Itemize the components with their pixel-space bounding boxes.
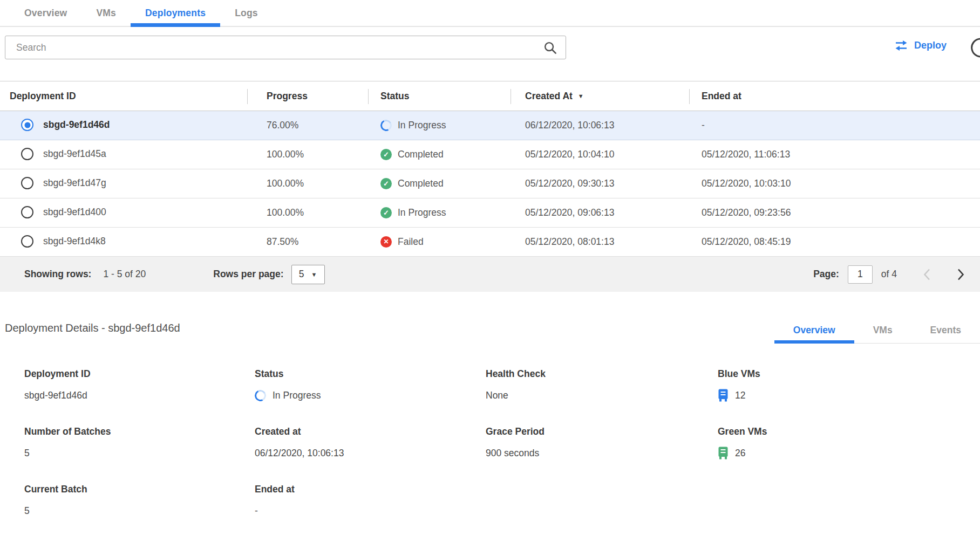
created-at-value: 05/12/2020, 08:01:13 <box>511 228 689 257</box>
status-label: Completed <box>398 149 444 160</box>
tab-overview[interactable]: Overview <box>10 0 81 26</box>
tab-logs[interactable]: Logs <box>220 0 273 26</box>
status-label: In Progress <box>398 207 446 218</box>
deploy-button[interactable]: Deploy <box>894 40 947 51</box>
deployments-table: Deployment ID Progress Status Created At… <box>0 81 980 257</box>
field-grace-period: Grace Period 900 seconds <box>486 426 718 460</box>
rows-per-page-label: Rows per page: <box>213 269 283 280</box>
rows-per-page-value: 5 <box>299 269 304 280</box>
row-radio[interactable] <box>21 235 33 248</box>
ended-at-value: 05/12/2020, 09:23:56 <box>689 198 980 228</box>
completed-check-icon <box>380 178 392 189</box>
created-at-value: 05/12/2020, 09:30:13 <box>511 169 689 198</box>
ended-at-value: 05/12/2020, 08:45:19 <box>689 228 980 257</box>
created-at-value: 05/12/2020, 09:06:13 <box>511 198 689 228</box>
showing-rows-label: Showing rows: <box>24 269 91 280</box>
deploy-button-label: Deploy <box>914 40 947 51</box>
field-green-vms: Green VMs 26 <box>718 426 980 460</box>
ended-at-value: - <box>689 111 980 140</box>
deployment-id: sbgd-9ef1d400 <box>43 207 106 217</box>
table-header-row: Deployment ID Progress Status Created At… <box>0 81 980 111</box>
status-label: Failed <box>398 236 424 248</box>
deployment-id: sbgd-9ef1d46d <box>43 119 110 130</box>
progress-value: 100.00% <box>247 198 368 228</box>
green-vm-server-icon <box>718 447 729 459</box>
details-tab-vms[interactable]: VMs <box>854 325 911 343</box>
field-created-at: Created at 06/12/2020, 10:06:13 <box>255 426 486 460</box>
row-radio[interactable] <box>21 148 33 160</box>
progress-value: 100.00% <box>247 140 368 169</box>
field-status: Status In Progress <box>255 368 486 402</box>
created-at-value: 06/12/2020, 10:06:13 <box>511 111 689 140</box>
progress-value: 100.00% <box>247 169 368 198</box>
row-radio[interactable] <box>21 206 33 218</box>
deployment-id: sbgd-9ef1d47g <box>43 177 106 188</box>
field-health-check: Health Check None <box>486 368 718 402</box>
rows-per-page-select[interactable]: 5 ▼ <box>291 265 325 284</box>
tab-deployments[interactable]: Deployments <box>131 0 220 26</box>
field-number-of-batches: Number of Batches 5 <box>24 426 255 460</box>
toolbar: Deploy <box>5 36 980 59</box>
row-radio[interactable] <box>21 177 33 189</box>
status-label: In Progress <box>398 120 446 131</box>
deployment-id: sbgd-9ef1d4k8 <box>43 236 106 246</box>
ended-at-value: 05/12/2020, 10:03:10 <box>689 169 980 198</box>
chevron-down-icon: ▼ <box>311 271 317 278</box>
created-at-value: 05/12/2020, 10:04:10 <box>511 140 689 169</box>
col-status[interactable]: Status <box>368 81 511 111</box>
col-ended-at[interactable]: Ended at <box>689 81 980 111</box>
table-row[interactable]: sbgd-9ef1d47g 100.00% Completed 05/12/20… <box>0 169 980 198</box>
col-deployment-id[interactable]: Deployment ID <box>0 81 247 111</box>
in-progress-spinner-icon <box>379 118 393 132</box>
page-number-input[interactable] <box>848 265 873 284</box>
page-label: Page: <box>813 269 839 280</box>
chevron-right-icon[interactable] <box>957 268 965 281</box>
completed-check-icon <box>380 149 392 160</box>
field-ended-at: Ended at - <box>255 484 486 518</box>
field-deployment-id: Deployment ID sbgd-9ef1d46d <box>24 368 255 402</box>
in-progress-spinner-icon <box>253 388 267 402</box>
table-row[interactable]: sbgd-9ef1d46d 76.00% In Progress 06/12/2… <box>0 111 980 140</box>
field-current-batch: Current Batch 5 <box>24 484 255 518</box>
field-blue-vms: Blue VMs 12 <box>718 368 980 402</box>
progress-value: 76.00% <box>247 111 368 140</box>
search-box[interactable] <box>5 36 566 59</box>
deploy-swap-arrows-icon <box>894 40 908 51</box>
table-row[interactable]: sbgd-9ef1d45a 100.00% Completed 05/12/20… <box>0 140 980 169</box>
refresh-icon[interactable] <box>969 37 980 62</box>
table-row[interactable]: sbgd-9ef1d400 100.00% In Progress 05/12/… <box>0 198 980 228</box>
tab-vms[interactable]: VMs <box>81 0 131 26</box>
page-total: of 4 <box>881 269 897 280</box>
blue-vm-server-icon <box>718 389 729 402</box>
deployment-id: sbgd-9ef1d45a <box>43 148 106 159</box>
search-input[interactable] <box>5 42 543 53</box>
failed-x-icon <box>380 236 392 248</box>
col-progress[interactable]: Progress <box>247 81 368 111</box>
row-radio-selected[interactable] <box>21 119 33 131</box>
completed-check-icon <box>380 207 392 218</box>
pagination-bar: Showing rows: 1 - 5 of 20 Rows per page:… <box>0 257 980 292</box>
sort-descending-icon[interactable]: ▼ <box>578 93 584 99</box>
col-created-at[interactable]: Created At▼ <box>511 81 689 111</box>
details-tab-overview[interactable]: Overview <box>774 325 854 343</box>
table-row[interactable]: sbgd-9ef1d4k8 87.50% Failed 05/12/2020, … <box>0 228 980 257</box>
details-tab-events[interactable]: Events <box>911 325 980 343</box>
ended-at-value: 05/12/2020, 11:06:13 <box>689 140 980 169</box>
status-label: Completed <box>398 178 444 189</box>
details-grid: Deployment ID sbgd-9ef1d46d Status In Pr… <box>0 368 980 535</box>
progress-value: 87.50% <box>247 228 368 257</box>
chevron-left-icon[interactable] <box>923 268 931 281</box>
top-tab-bar: Overview VMs Deployments Logs <box>0 0 980 27</box>
search-icon[interactable] <box>543 40 557 55</box>
details-title: Deployment Details - sbgd-9ef1d46d <box>5 322 180 344</box>
details-tab-bar: Overview VMs Events <box>774 325 980 344</box>
showing-rows-value: 1 - 5 of 20 <box>103 269 146 280</box>
